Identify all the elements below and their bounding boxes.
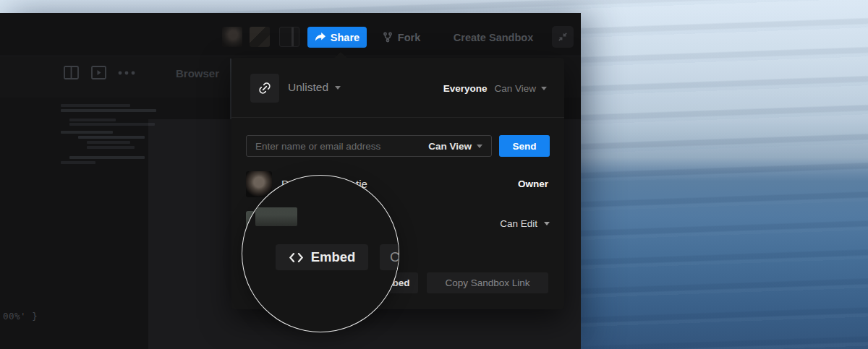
audience-permission-label: Can View [494, 83, 536, 94]
split-columns-icon[interactable] [64, 66, 79, 79]
code-brackets-icon [289, 252, 304, 263]
collapse-window-button[interactable] [552, 26, 574, 48]
magnified-embed-label: Embed [311, 249, 356, 265]
send-button-label: Send [512, 141, 536, 152]
invite-email-input[interactable] [247, 141, 428, 152]
copy-sandbox-link-label: Copy Sandbox Link [445, 277, 529, 288]
audience-label: Everyone [443, 83, 488, 94]
invite-permission-dropdown[interactable]: Can View [428, 141, 491, 152]
share-arrow-icon [315, 33, 326, 42]
magnified-partial-label: C [390, 249, 399, 265]
collapse-icon [558, 32, 568, 42]
fork-button[interactable]: Fork [378, 27, 425, 48]
visibility-dropdown[interactable]: Unlisted [288, 81, 341, 94]
caret-down-icon [477, 145, 482, 148]
code-fragment: 00%' } [3, 311, 38, 322]
collaborator-permission-dropdown[interactable]: Can Edit [500, 218, 550, 229]
app-toolbar: Share Fork Create Sandbox [0, 13, 581, 56]
magnified-embed-button[interactable]: Embed [276, 244, 368, 270]
audience-permission-dropdown[interactable]: Can View [494, 83, 547, 94]
owner-role-label: Owner [518, 178, 548, 189]
caret-down-icon [541, 87, 547, 90]
magnified-avatar-sliver [255, 207, 297, 226]
magnified-copy-link-partial: C [380, 244, 399, 270]
send-button[interactable]: Send [499, 135, 550, 157]
create-sandbox-label: Create Sandbox [454, 32, 533, 43]
tab-browser[interactable]: Browser [176, 67, 219, 79]
fork-icon [383, 32, 393, 43]
share-button[interactable]: Share [307, 27, 367, 48]
more-dots-icon[interactable] [118, 71, 135, 75]
create-sandbox-button[interactable]: Create Sandbox [443, 27, 544, 48]
fork-button-label: Fork [398, 32, 420, 43]
caret-down-icon [544, 222, 550, 225]
popover-header: Unlisted Everyone Can View [231, 58, 564, 118]
collaborator-permission-label: Can Edit [500, 218, 537, 229]
link-icon [250, 74, 279, 103]
magnifier-circle: Embed C [242, 175, 399, 332]
preview-window-icon[interactable] [91, 66, 106, 79]
avatar[interactable] [279, 27, 299, 47]
avatar[interactable] [250, 27, 270, 47]
avatar[interactable] [222, 27, 242, 47]
visibility-label: Unlisted [288, 81, 328, 94]
popover-caret [334, 52, 347, 58]
caret-down-icon [335, 86, 341, 90]
owner-avatar [246, 171, 272, 197]
invite-input-group: Can View [246, 135, 492, 157]
share-button-label: Share [331, 32, 359, 43]
copy-sandbox-link-button[interactable]: Copy Sandbox Link [427, 272, 548, 293]
invite-permission-label: Can View [428, 141, 472, 152]
